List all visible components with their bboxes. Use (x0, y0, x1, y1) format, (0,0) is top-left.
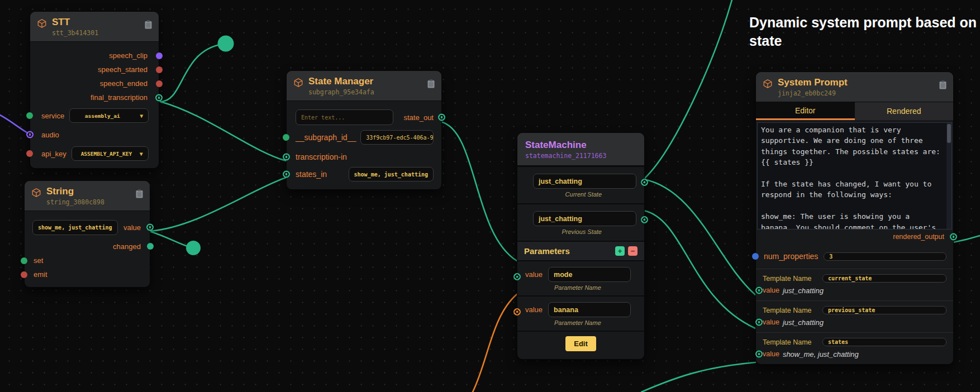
add-parameter-button[interactable]: + (615, 246, 625, 256)
clipboard-icon[interactable] (427, 79, 435, 88)
port-value-output[interactable] (146, 224, 154, 231)
template-name-field[interactable]: states (822, 338, 946, 346)
parameter-name-field[interactable]: banana (548, 302, 631, 317)
clipboard-icon[interactable] (939, 80, 946, 89)
prompt-editor-text[interactable]: You are a companion that is very support… (758, 123, 952, 230)
port-state-out-output[interactable] (438, 114, 445, 121)
api-key-dropdown[interactable]: ASSEMBLY_API_KEY▼ (72, 146, 149, 161)
wire-finaltranscription-dangling (160, 44, 222, 102)
states-in-field[interactable]: show_me, just_chatting (349, 167, 434, 181)
edit-row: Edit (517, 331, 644, 359)
port-speech-clip-output[interactable] (156, 52, 163, 59)
port-rendered-output[interactable] (950, 233, 957, 241)
states-in-value: show_me, just_chatting (354, 171, 428, 178)
port-speech-ended-output[interactable] (156, 80, 163, 87)
value-row: show_me, just_chatting value (25, 219, 150, 236)
port-template-value-input[interactable] (755, 319, 763, 326)
state-out-row: Enter text... state_out (287, 108, 441, 127)
input-row: audio (30, 127, 159, 142)
port-label: speech_ended (100, 79, 148, 88)
port-service-input[interactable] (26, 112, 33, 119)
port-states-in-input[interactable] (283, 171, 290, 178)
current-state-field[interactable]: just_chatting (533, 174, 636, 189)
string-value-text: show_me, just_chatting (38, 224, 112, 231)
service-dropdown[interactable]: assembly_ai▼ (69, 108, 149, 123)
dangling-endpoint-dot-bottom[interactable] (186, 241, 201, 255)
prompt-editor[interactable]: You are a companion that is very support… (757, 122, 952, 230)
editor-scrollbar[interactable] (946, 123, 952, 229)
port-transcription-in-input[interactable] (283, 154, 290, 161)
num-properties-row: num_properties 3 (756, 244, 953, 269)
text-input[interactable]: Enter text... (296, 109, 393, 125)
port-subgraph-id-input[interactable] (283, 134, 289, 141)
port-speech-started-output[interactable] (156, 66, 163, 73)
editor-scrollbar-thumb[interactable] (947, 124, 951, 143)
template-name-value: previous_state (828, 307, 875, 313)
parameter-name-value: banana (554, 306, 578, 314)
node-string[interactable]: String string_3080c898 show_me, just_cha… (24, 180, 150, 288)
parameters-header: Parameters + − (517, 241, 644, 260)
clipboard-icon[interactable] (136, 189, 143, 198)
port-api-key-input[interactable] (26, 150, 33, 157)
port-emit-input[interactable] (21, 271, 27, 278)
port-current-state-output[interactable] (641, 179, 648, 186)
node-title: String (46, 186, 131, 197)
string-value-input[interactable]: show_me, just_chatting (32, 220, 118, 235)
cube-icon (763, 79, 773, 89)
port-label: speech_started (98, 65, 148, 74)
subgraph-id-row: __subgraph_id__ 33f9cb97-edc5-406a-97 (287, 127, 441, 148)
port-num-properties-input[interactable] (752, 253, 759, 260)
port-changed-output[interactable] (147, 243, 154, 250)
tab-editor[interactable]: Editor (756, 102, 855, 120)
num-properties-field[interactable]: 3 (824, 252, 946, 261)
port-previous-state-output[interactable] (641, 216, 648, 223)
port-label: num_properties (764, 252, 818, 261)
node-system-prompt[interactable]: System Prompt jinja2_eb0bc249 Editor Ren… (755, 71, 954, 365)
subgraph-id-field[interactable]: 33f9cb97-edc5-406a-97 (360, 130, 434, 145)
port-label: value (123, 223, 141, 232)
output-row: changed (25, 239, 150, 254)
previous-state-field[interactable]: just_chatting (533, 211, 636, 226)
cube-icon (37, 18, 47, 28)
chevron-down-icon: ▼ (140, 113, 143, 119)
current-state-value: just_chatting (539, 178, 582, 185)
port-param-mode-value-input[interactable] (513, 273, 521, 280)
previous-state-label: Previous State (517, 228, 602, 235)
node-system-prompt-header[interactable]: System Prompt jinja2_eb0bc249 (756, 72, 953, 102)
node-stt-header[interactable]: STT stt_3b414301 (30, 12, 159, 42)
port-label: service (41, 112, 64, 120)
wire-previousstate-templatevalue2 (644, 211, 755, 328)
edit-button[interactable]: Edit (565, 336, 596, 351)
node-state-manager[interactable]: State Manager subgraph_95e34afa Enter te… (286, 70, 442, 190)
port-param-banana-value-input[interactable] (513, 308, 521, 315)
remove-parameter-button[interactable]: − (628, 246, 638, 256)
template-name-field[interactable]: previous_state (822, 306, 946, 314)
service-dropdown-value: assembly_ai (85, 113, 120, 119)
wire-stringvalue-statesin (149, 178, 286, 231)
tab-rendered[interactable]: Rendered (855, 102, 954, 120)
port-label: value (525, 270, 543, 279)
port-set-input[interactable] (21, 257, 27, 264)
editor-tab-bar: Editor Rendered (756, 102, 953, 120)
node-string-header[interactable]: String string_3080c898 (25, 181, 150, 211)
template-name-value: states (828, 339, 848, 345)
template-name-field[interactable]: current_state (822, 274, 946, 283)
node-id: subgraph_95e34afa (308, 88, 422, 96)
previous-state-section: just_chatting Previous State (517, 203, 644, 235)
port-template-value-input[interactable] (755, 351, 763, 358)
port-final-transcription-output[interactable] (155, 94, 163, 101)
node-stt[interactable]: STT stt_3b414301 speech_clip speech_star… (30, 11, 159, 169)
template-section: Template Name current_state value just_c… (756, 269, 953, 301)
node-graph-canvas[interactable]: Dynamic system prompt based on state STT… (0, 0, 980, 392)
node-state-machine[interactable]: StateMachine statemachine_21171663 just_… (517, 132, 645, 360)
dangling-endpoint-dot-top[interactable] (218, 36, 234, 52)
clipboard-icon[interactable] (145, 20, 152, 29)
wire-stateout-modevalue (441, 122, 517, 261)
port-audio-input[interactable] (26, 131, 34, 138)
parameter-row: value banana Parameter Name (517, 295, 644, 331)
port-template-value-input[interactable] (755, 287, 763, 294)
port-label: __subgraph_id__ (296, 133, 356, 142)
node-state-manager-header[interactable]: State Manager subgraph_95e34afa (287, 71, 441, 101)
node-state-machine-header[interactable]: StateMachine statemachine_21171663 (517, 133, 644, 166)
parameter-name-field[interactable]: mode (548, 267, 631, 282)
